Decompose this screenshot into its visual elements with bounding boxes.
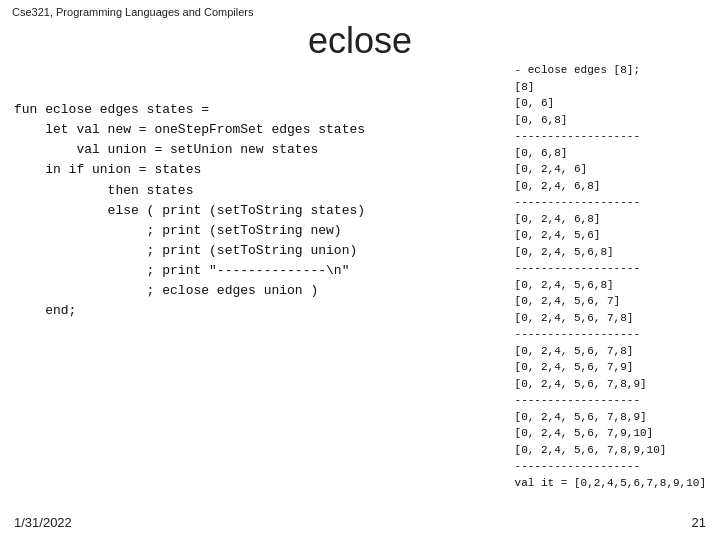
footer-date: 1/31/2022 [14,515,72,530]
footer-page-number: 21 [692,515,706,530]
header-title: Cse321, Programming Languages and Compil… [12,6,254,18]
output-block: - eclose edges [8]; [8] [0, 6] [0, 6,8] … [515,62,706,491]
code-block: fun eclose edges states = let val new = … [14,100,365,322]
slide-title: eclose [0,20,720,62]
page: Cse321, Programming Languages and Compil… [0,0,720,540]
